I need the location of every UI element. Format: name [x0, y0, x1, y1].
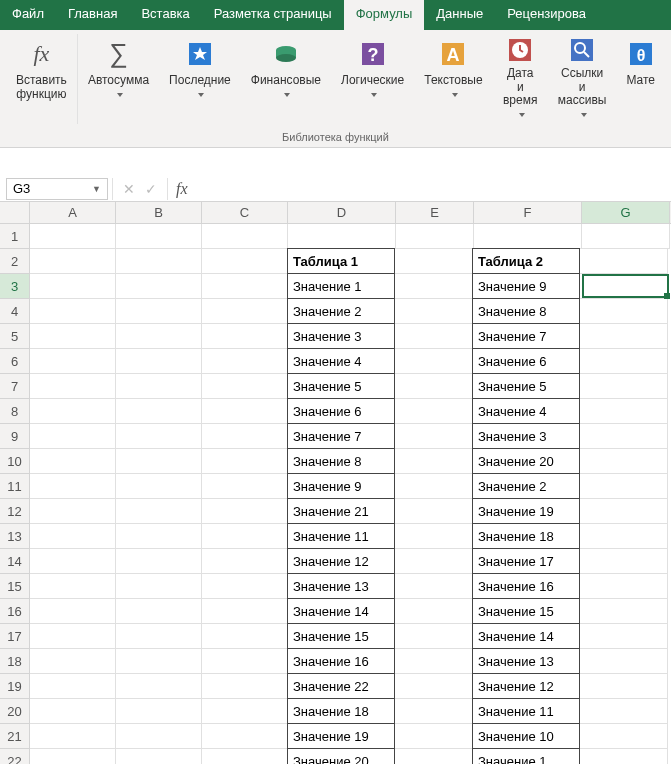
- cell-G13[interactable]: [580, 524, 668, 549]
- cell-C20[interactable]: [202, 699, 288, 724]
- cell-B18[interactable]: [116, 649, 202, 674]
- cell-D1[interactable]: [288, 224, 396, 249]
- cell-D11[interactable]: Значение 9: [287, 473, 395, 499]
- cell-G2[interactable]: [580, 249, 668, 274]
- datetime-button[interactable]: Дата ивремя: [499, 34, 542, 124]
- cell-A4[interactable]: [30, 299, 116, 324]
- cell-E17[interactable]: [395, 624, 473, 649]
- row-header-5[interactable]: 5: [0, 324, 30, 349]
- cell-G20[interactable]: [580, 699, 668, 724]
- cell-B7[interactable]: [116, 374, 202, 399]
- cell-C2[interactable]: [202, 249, 288, 274]
- cell-B20[interactable]: [116, 699, 202, 724]
- cell-G17[interactable]: [580, 624, 668, 649]
- tab-4[interactable]: Формулы: [344, 0, 425, 30]
- cell-G5[interactable]: [580, 324, 668, 349]
- cell-G9[interactable]: [580, 424, 668, 449]
- cell-C19[interactable]: [202, 674, 288, 699]
- cell-G14[interactable]: [580, 549, 668, 574]
- cell-A18[interactable]: [30, 649, 116, 674]
- cell-D9[interactable]: Значение 7: [287, 423, 395, 449]
- cell-F19[interactable]: Значение 12: [472, 673, 580, 699]
- cell-G3[interactable]: [580, 274, 668, 299]
- col-header-A[interactable]: A: [30, 202, 116, 223]
- cell-B21[interactable]: [116, 724, 202, 749]
- cell-C16[interactable]: [202, 599, 288, 624]
- col-header-E[interactable]: E: [396, 202, 474, 223]
- cell-B8[interactable]: [116, 399, 202, 424]
- cell-A19[interactable]: [30, 674, 116, 699]
- fx-button[interactable]: fx: [168, 180, 196, 198]
- cell-C22[interactable]: [202, 749, 288, 764]
- cell-F22[interactable]: Значение 1: [472, 748, 580, 764]
- cell-E14[interactable]: [395, 549, 473, 574]
- col-header-F[interactable]: F: [474, 202, 582, 223]
- cell-B5[interactable]: [116, 324, 202, 349]
- cell-C7[interactable]: [202, 374, 288, 399]
- cell-A9[interactable]: [30, 424, 116, 449]
- spreadsheet-grid[interactable]: ABCDEFG 12Таблица 1Таблица 23Значение 1З…: [0, 202, 671, 764]
- col-header-C[interactable]: C: [202, 202, 288, 223]
- select-all-corner[interactable]: [0, 202, 30, 223]
- cell-A13[interactable]: [30, 524, 116, 549]
- math-button[interactable]: θ Мате: [622, 34, 659, 124]
- cell-D12[interactable]: Значение 21: [287, 498, 395, 524]
- cell-B13[interactable]: [116, 524, 202, 549]
- cell-A22[interactable]: [30, 749, 116, 764]
- cell-F5[interactable]: Значение 7: [472, 323, 580, 349]
- cell-G18[interactable]: [580, 649, 668, 674]
- cell-G4[interactable]: [580, 299, 668, 324]
- cell-G7[interactable]: [580, 374, 668, 399]
- cell-C15[interactable]: [202, 574, 288, 599]
- cell-F4[interactable]: Значение 8: [472, 298, 580, 324]
- cell-D5[interactable]: Значение 3: [287, 323, 395, 349]
- cell-E19[interactable]: [395, 674, 473, 699]
- cell-D3[interactable]: Значение 1: [287, 273, 395, 299]
- cell-D14[interactable]: Значение 12: [287, 548, 395, 574]
- row-header-19[interactable]: 19: [0, 674, 30, 699]
- tab-2[interactable]: Вставка: [129, 0, 201, 30]
- cell-B6[interactable]: [116, 349, 202, 374]
- cell-C6[interactable]: [202, 349, 288, 374]
- cell-D13[interactable]: Значение 11: [287, 523, 395, 549]
- cell-D22[interactable]: Значение 20: [287, 748, 395, 764]
- enter-icon[interactable]: ✓: [145, 181, 157, 197]
- row-header-21[interactable]: 21: [0, 724, 30, 749]
- cell-G12[interactable]: [580, 499, 668, 524]
- cell-B12[interactable]: [116, 499, 202, 524]
- cell-A15[interactable]: [30, 574, 116, 599]
- cell-F1[interactable]: [474, 224, 582, 249]
- tab-1[interactable]: Главная: [56, 0, 129, 30]
- row-header-10[interactable]: 10: [0, 449, 30, 474]
- cell-F15[interactable]: Значение 16: [472, 573, 580, 599]
- cell-G15[interactable]: [580, 574, 668, 599]
- cell-G22[interactable]: [580, 749, 668, 764]
- cell-F21[interactable]: Значение 10: [472, 723, 580, 749]
- cell-G19[interactable]: [580, 674, 668, 699]
- row-header-15[interactable]: 15: [0, 574, 30, 599]
- cell-B22[interactable]: [116, 749, 202, 764]
- tab-0[interactable]: Файл: [0, 0, 56, 30]
- cell-C18[interactable]: [202, 649, 288, 674]
- cell-C3[interactable]: [202, 274, 288, 299]
- row-header-12[interactable]: 12: [0, 499, 30, 524]
- financial-button[interactable]: Финансовые: [247, 34, 325, 124]
- cell-G16[interactable]: [580, 599, 668, 624]
- cell-E13[interactable]: [395, 524, 473, 549]
- row-header-22[interactable]: 22: [0, 749, 30, 764]
- cell-E4[interactable]: [395, 299, 473, 324]
- cell-A1[interactable]: [30, 224, 116, 249]
- cell-D7[interactable]: Значение 5: [287, 373, 395, 399]
- cell-G6[interactable]: [580, 349, 668, 374]
- cell-A8[interactable]: [30, 399, 116, 424]
- cell-F16[interactable]: Значение 15: [472, 598, 580, 624]
- cell-G21[interactable]: [580, 724, 668, 749]
- cell-F20[interactable]: Значение 11: [472, 698, 580, 724]
- cell-B14[interactable]: [116, 549, 202, 574]
- cell-E5[interactable]: [395, 324, 473, 349]
- cell-A2[interactable]: [30, 249, 116, 274]
- cell-F14[interactable]: Значение 17: [472, 548, 580, 574]
- tab-6[interactable]: Рецензирова: [495, 0, 598, 30]
- row-header-7[interactable]: 7: [0, 374, 30, 399]
- cell-E7[interactable]: [395, 374, 473, 399]
